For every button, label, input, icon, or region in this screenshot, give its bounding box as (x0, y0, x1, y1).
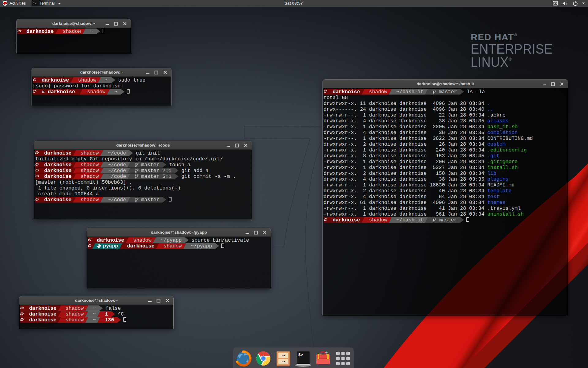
svg-text:>: > (33, 1, 34, 4)
svg-text:$>: $> (298, 353, 303, 357)
